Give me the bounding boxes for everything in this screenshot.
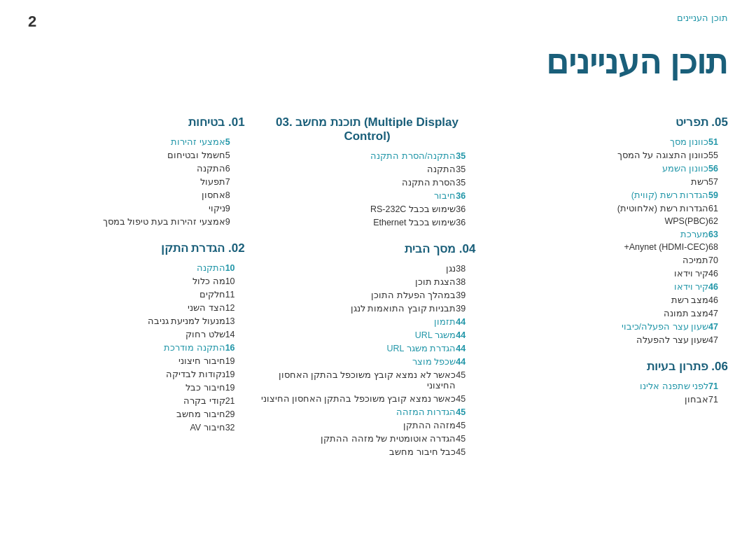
toc-row: שימוש בכבל Ethernet 36	[259, 216, 476, 229]
section-01: 01. בטיחות אמצעי זהירות 5 חשמל ובטיחום 5…	[28, 115, 245, 228]
toc-row: מצב רשת 46	[489, 293, 728, 307]
toc-row: חלקים 11	[28, 288, 245, 301]
toc-row: מנעול למניעת גניבה 13	[28, 314, 245, 328]
toc-row: תפעול 7	[28, 175, 245, 188]
toc-row: תזמון 44	[259, 315, 476, 328]
section-06: 06. פתרון בעיות לפני שתפנה אלינו 71 אבחו…	[489, 359, 728, 406]
page: 2 תוכן העניינים תוכן העניינים 01. בטיחות…	[0, 0, 756, 534]
toc-row: שעון עצר להפעלה 47	[489, 333, 728, 346]
toc-row: שכפל מוצר 44	[259, 355, 476, 368]
toc-row: הסרת התקנה 35	[259, 176, 476, 189]
toc-row: חיבור AV 32	[28, 421, 245, 434]
toc-row: כאשר נמצא קובץ משוכפל בהתקן האחסון החיצו…	[259, 392, 476, 405]
toc-row: נגן 38	[259, 262, 476, 275]
toc-row: תבניות קובץ התואמות לנגן 39	[259, 302, 476, 315]
toc-row: הגדרה אוטומטית של מזהה ההתקן 45	[259, 432, 476, 445]
toc-row: חיבור 36	[259, 189, 476, 202]
toc-row: הצגת תוכן 38	[259, 275, 476, 288]
toc-row: כאשר לא נמצא קובץ משוכפל בהתקן האחסון הח…	[259, 368, 476, 392]
section-02: 02. הגדרת התקן התקנה 10 מה כלול 10 חלקים…	[28, 241, 245, 434]
toc-row: כוונון השמע 56	[489, 162, 728, 175]
toc-row: תמיכה 70	[489, 253, 728, 267]
toc-row: שימוש בכבל RS-232C 36	[259, 202, 476, 216]
toc-row: (HDMI-CEC) Anynet+ 68	[489, 241, 728, 253]
col-left: 05. תפריט כוונון מסך 51 כוונון התצוגה על…	[482, 102, 735, 465]
section-04-title: 04. מסך הבית	[259, 241, 476, 256]
col-right: 01. בטיחות אמצעי זהירות 5 חשמל ובטיחום 5…	[21, 102, 252, 465]
section-03: 03. תוכנת מחשב (Multiple Display Control…	[259, 115, 476, 229]
main-title: תוכן העניינים	[0, 0, 756, 102]
toc-row: התקנה 6	[28, 162, 245, 175]
toc-row: אמצעי זהירות 5	[28, 135, 245, 148]
toc-row: מערכת 63	[489, 227, 728, 241]
toc-row: ניקוי 9	[28, 202, 245, 215]
toc-row: משגר URL 44	[259, 328, 476, 342]
toc-row: אבחון 71	[489, 393, 728, 406]
toc-row: הצד השני 12	[28, 301, 245, 314]
toc-row: התקנה מודרכת 16	[28, 341, 245, 354]
toc-row: שעון עצר הפעלה/כיבוי 47	[489, 320, 728, 333]
toc-row: אמצעי זהירות בעת טיפול במסך 9	[28, 215, 245, 228]
toc-row: הגדרות רשת (קווית) 59	[489, 188, 728, 202]
toc-row: חיבור כבל 19	[28, 381, 245, 394]
toc-row: הגדרות רשת (אלחוטית) 61	[489, 202, 728, 215]
toc-row: נקודות לבדיקה 19	[28, 367, 245, 381]
toc-row: WPS(PBC) 62	[489, 215, 728, 227]
toc-row: חשמל ובטיחום 5	[28, 148, 245, 162]
section-01-title: 01. בטיחות	[28, 115, 245, 129]
section-05-title: 05. תפריט	[489, 115, 728, 129]
toc-row: אחסון 8	[28, 188, 245, 202]
toc-row: רשת 57	[489, 175, 728, 188]
toc-row: לפני שתפנה אלינו 71	[489, 379, 728, 393]
toc-row: מצב תמונה 47	[489, 307, 728, 320]
toc-row: מה כלול 10	[28, 274, 245, 288]
col-mid-right: 03. תוכנת מחשב (Multiple Display Control…	[252, 102, 483, 465]
toc-row: חיבור מחשב 29	[28, 407, 245, 421]
toc-row: כוונון מסך 51	[489, 135, 728, 148]
section-05: 05. תפריט כוונון מסך 51 כוונון התצוגה על…	[489, 115, 728, 346]
toc-row: שלט רחוק 14	[28, 328, 245, 341]
section-06-title: 06. פתרון בעיות	[489, 359, 728, 374]
page-number: 2	[28, 13, 36, 31]
toc-row: כבל חיבור מחשב 45	[259, 445, 476, 458]
toc-row: מזהה ההתקן 45	[259, 419, 476, 432]
toc-row: במהלך הפעלת התוכן 39	[259, 288, 476, 302]
toc-row: חיבור חיצוני 19	[28, 354, 245, 367]
section-03-title: 03. תוכנת מחשב (Multiple Display Control…	[259, 115, 476, 143]
toc-row: התקנה 35	[259, 162, 476, 176]
toc-row: כוונון התצוגה על המסך 55	[489, 148, 728, 162]
content-area: 01. בטיחות אמצעי זהירות 5 חשמל ובטיחום 5…	[0, 102, 756, 486]
toc-row: קודי בקרה 21	[28, 394, 245, 407]
toc-row: הגדרות המזהה 45	[259, 405, 476, 419]
section-02-title: 02. הגדרת התקן	[28, 241, 245, 255]
toc-row: התקנה 10	[28, 261, 245, 274]
section-04: 04. מסך הבית נגן 38 הצגת תוכן 38 במהלך ה…	[259, 241, 476, 458]
toc-row: קיר וידאו 46	[489, 280, 728, 293]
toc-row: התקנה/הסרת התקנה 35	[259, 149, 476, 162]
page-title-top: תוכן העניינים	[677, 13, 728, 23]
toc-row: הגדרת משגר URL 44	[259, 342, 476, 355]
toc-row: קיר וידאו 46	[489, 267, 728, 280]
